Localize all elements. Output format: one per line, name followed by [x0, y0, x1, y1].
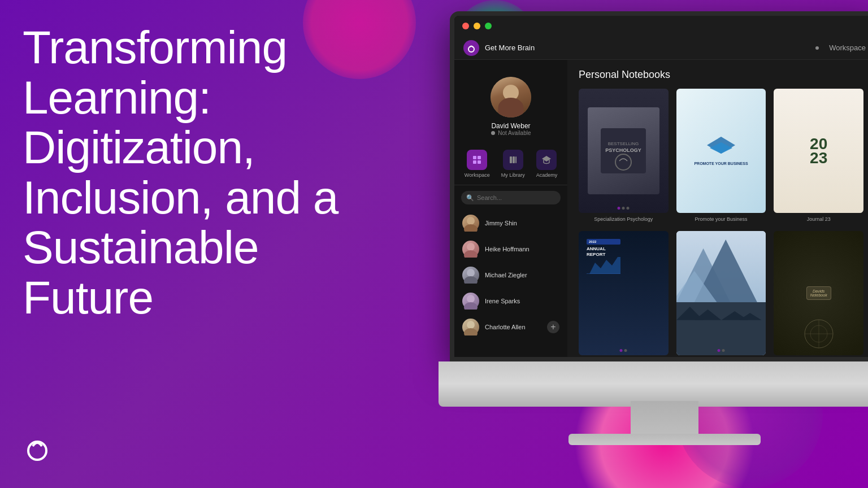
contact-irene[interactable]: Irene Sparks: [454, 288, 567, 314]
notebook-cover-journal: 2023: [774, 89, 863, 213]
notebook-cover-psychology: BESTSELLING PSYCHOLOGY: [579, 89, 669, 213]
svg-rect-6: [473, 160, 476, 164]
notebook-label-business: Promote your Business: [695, 216, 747, 223]
monitor-inner: David Weber Not Available: [454, 60, 868, 357]
monitor-bezel: [439, 361, 868, 407]
nav-academy-label: Academy: [536, 172, 558, 178]
app-screen: Get More Brain Workspace: [454, 16, 868, 357]
svg-point-12: [467, 217, 475, 225]
svg-text:BESTSELLING: BESTSELLING: [608, 141, 639, 146]
svg-rect-8: [510, 156, 512, 163]
workspace-label: Workspace: [829, 43, 866, 52]
nav-icons: Workspace My Library: [454, 143, 567, 185]
davids-label-box: DavidsNotebook: [806, 286, 831, 300]
nav-academy[interactable]: Academy: [536, 150, 558, 178]
svg-point-13: [464, 224, 478, 232]
search-input[interactable]: [461, 191, 561, 204]
svg-point-3: [498, 99, 523, 117]
notebook-mountains[interactable]: Mountains: [676, 231, 766, 357]
app-topbar: Get More Brain Workspace: [454, 36, 868, 60]
workspace-icon-box: [467, 150, 487, 170]
svg-rect-7: [478, 160, 481, 164]
nav-library[interactable]: My Library: [501, 150, 525, 178]
user-avatar-image: [491, 77, 531, 117]
svg-text:PSYCHOLOGY: PSYCHOLOGY: [606, 147, 642, 153]
davids-title: DavidsNotebook: [810, 289, 827, 297]
monitor-base: [568, 434, 761, 445]
app-logo: [463, 40, 479, 56]
avatar-heike: [462, 241, 479, 258]
contact-name-michael: Michael Ziegler: [485, 272, 527, 278]
traffic-light-green[interactable]: [485, 23, 492, 29]
nav-workspace-label: Workspace: [465, 172, 490, 178]
notebook-psychology[interactable]: BESTSELLING PSYCHOLOGY: [579, 89, 669, 223]
svg-point-18: [467, 295, 475, 303]
avatar-irene: [462, 293, 479, 310]
svg-point-14: [467, 243, 475, 251]
svg-rect-10: [515, 156, 517, 163]
svg-point-19: [464, 302, 478, 310]
annual-badge: 2022: [587, 239, 620, 245]
hero-title: Transforming Learning: Digitization, Inc…: [23, 23, 373, 323]
notebook-label-psychology: Specialization Psychology: [594, 216, 653, 223]
title-bar: [454, 16, 868, 36]
svg-point-15: [464, 250, 478, 258]
user-profile: David Weber Not Available: [491, 67, 531, 143]
nav-library-label: My Library: [501, 172, 525, 178]
avatar-jimmy: [462, 215, 479, 232]
svg-point-20: [467, 321, 475, 329]
monitor-screen: Get More Brain Workspace: [450, 11, 868, 361]
notebook-cover-annual: 2022 ANNUALREPORT: [579, 231, 669, 355]
app-name: Get More Brain: [485, 43, 535, 52]
traffic-light-yellow[interactable]: [474, 23, 480, 29]
nav-workspace[interactable]: Workspace: [465, 150, 490, 178]
search-wrapper: 🔍: [461, 191, 561, 204]
bottom-logo: [23, 434, 52, 465]
notebook-annual[interactable]: 2022 ANNUALREPORT: [579, 231, 669, 357]
svg-point-16: [467, 269, 475, 277]
svg-point-0: [28, 442, 46, 460]
notebook-cover-mountains: [676, 231, 766, 355]
contact-name-jimmy: Jimmy Shin: [485, 220, 517, 226]
right-panel: Personal Notebooks BESTSELLING: [567, 60, 868, 357]
svg-point-17: [464, 276, 478, 284]
notebook-cover-business: PROMOTE YOUR BUSINESS: [676, 89, 766, 213]
mountains-progress: [717, 349, 724, 352]
svg-marker-28: [589, 257, 620, 274]
contact-jimmy[interactable]: Jimmy Shin: [454, 210, 567, 236]
svg-rect-4: [473, 156, 476, 159]
library-icon-box: [503, 150, 523, 170]
business-text: PROMOTE YOUR BUSINESS: [694, 162, 748, 165]
psych-progress: [618, 207, 630, 210]
notebook-business[interactable]: PROMOTE YOUR BUSINESS Promote your Busin…: [676, 89, 766, 223]
avatar-michael: [462, 267, 479, 284]
psychology-image: BESTSELLING PSYCHOLOGY: [588, 107, 659, 194]
svg-rect-5: [478, 156, 481, 159]
contact-name-irene: Irene Sparks: [485, 298, 520, 304]
traffic-light-red[interactable]: [462, 23, 469, 29]
notebooks-grid: BESTSELLING PSYCHOLOGY: [567, 89, 868, 357]
academy-icon-box: [536, 150, 557, 170]
contact-heike[interactable]: Heike Hoffmann: [454, 236, 567, 262]
notebook-label-journal: Journal 23: [807, 216, 831, 223]
annual-title: ANNUALREPORT: [587, 246, 620, 257]
annual-progress: [620, 349, 627, 352]
add-contact-button[interactable]: +: [547, 321, 559, 333]
user-avatar: [491, 77, 531, 117]
svg-point-21: [464, 328, 478, 336]
svg-rect-9: [513, 156, 515, 163]
status-indicator: [491, 131, 495, 135]
hero-section: Transforming Learning: Digitization, Inc…: [23, 23, 373, 323]
svg-point-2: [503, 85, 519, 101]
contact-list: Jimmy Shin Heike Hoffmann: [454, 210, 567, 357]
avatar-charlotte: [462, 319, 479, 336]
notebooks-title: Personal Notebooks: [579, 69, 863, 81]
contact-michael[interactable]: Michael Ziegler: [454, 262, 567, 288]
notebook-davids[interactable]: DavidsNotebook Davids Notebook: [774, 231, 863, 357]
notebooks-section: Personal Notebooks: [567, 60, 868, 89]
contact-name-heike: Heike Hoffmann: [485, 246, 530, 252]
notebook-journal[interactable]: 2023 Journal 23: [774, 89, 863, 223]
contact-charlotte[interactable]: Charlotte Allen +: [454, 314, 567, 340]
monitor: Get More Brain Workspace: [439, 11, 868, 452]
user-status: Not Available: [491, 130, 531, 136]
